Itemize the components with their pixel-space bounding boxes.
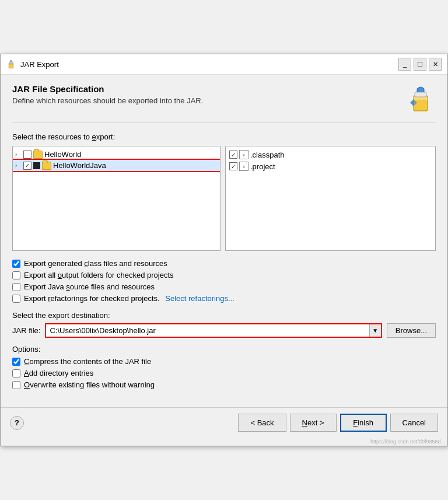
jar-illustration-icon bbox=[405, 84, 436, 114]
jar-file-input[interactable] bbox=[46, 324, 369, 337]
folder-icon-helloworld bbox=[33, 151, 43, 159]
svg-rect-2 bbox=[9, 64, 13, 65]
page-title: JAR File Specification bbox=[12, 84, 203, 94]
option-row-1: Compress the contents of the JAR file bbox=[12, 357, 436, 366]
tree-item-helloworld[interactable]: › HelloWorld bbox=[13, 149, 220, 160]
label-compress: Compress the contents of the JAR file bbox=[24, 357, 151, 366]
options-section: Options: Compress the contents of the JA… bbox=[12, 345, 436, 389]
close-button[interactable]: ✕ bbox=[429, 58, 442, 71]
label-project: .project bbox=[250, 162, 275, 171]
help-button[interactable]: ? bbox=[10, 416, 24, 430]
destination-label: Select the export destination: bbox=[12, 311, 436, 320]
checkbox-add-directory[interactable] bbox=[12, 369, 20, 377]
header-text: JAR File Specification Define which reso… bbox=[12, 84, 203, 105]
select-refactorings-link[interactable]: Select refactorings... bbox=[165, 294, 235, 303]
title-bar-left: JAR Export bbox=[6, 60, 59, 69]
title-bar-controls: ⎯ ☐ ✕ bbox=[398, 58, 442, 71]
checkbox-export-class-files[interactable] bbox=[12, 260, 20, 268]
page-description: Define which resources should be exporte… bbox=[12, 96, 203, 105]
checkbox-classpath[interactable]: ✓ bbox=[229, 151, 237, 159]
file-icon-project: x bbox=[239, 162, 249, 171]
svg-rect-5 bbox=[415, 92, 426, 97]
resources-label: Select the resources to export: bbox=[12, 132, 436, 141]
svg-marker-7 bbox=[410, 99, 414, 106]
jar-file-dropdown[interactable]: ▼ bbox=[369, 324, 381, 337]
maximize-button[interactable]: ☐ bbox=[414, 58, 426, 71]
checkbox-helloworld[interactable] bbox=[23, 151, 32, 159]
tree-panel-right[interactable]: ✓ x .classpath ✓ x .project bbox=[225, 146, 436, 251]
option-row-2: Add directory entries bbox=[12, 369, 436, 377]
options-label: Options: bbox=[12, 345, 436, 354]
label-helloworldjava: HelloWorldJava bbox=[53, 161, 106, 170]
right-item-classpath[interactable]: ✓ x .classpath bbox=[227, 149, 434, 160]
main-content: JAR File Specification Define which reso… bbox=[1, 75, 447, 401]
label-classpath: .classpath bbox=[250, 151, 285, 159]
black-square-icon bbox=[33, 162, 40, 169]
svg-rect-4 bbox=[414, 97, 428, 100]
bottom-left: ? bbox=[10, 416, 24, 430]
bottom-bar: ? < Back Next > Finish Cancel bbox=[1, 407, 447, 438]
checkbox-row-3: Export Java source files and resources bbox=[12, 282, 436, 291]
label-export-source-files: Export Java source files and resources bbox=[24, 282, 155, 291]
minimize-button[interactable]: ⎯ bbox=[398, 58, 411, 71]
checkbox-export-output-folders[interactable] bbox=[12, 271, 20, 279]
label-export-output-folders: Export all output folders for checked pr… bbox=[24, 271, 174, 279]
tree-panel-left[interactable]: › HelloWorld › ✓ HelloWorldJava bbox=[12, 146, 220, 251]
back-button[interactable]: < Back bbox=[238, 414, 286, 432]
expand-arrow-helloworldjava: › bbox=[15, 162, 23, 169]
checkboxes-section: Export generated class files and resourc… bbox=[12, 259, 436, 303]
next-button[interactable]: Next > bbox=[290, 414, 337, 432]
file-icon-classpath: x bbox=[239, 150, 249, 159]
right-item-project[interactable]: ✓ x .project bbox=[227, 160, 434, 172]
svg-rect-6 bbox=[418, 89, 423, 92]
tree-item-helloworldjava[interactable]: › ✓ HelloWorldJava bbox=[13, 160, 220, 171]
title-bar: JAR Export ⎯ ☐ ✕ bbox=[1, 54, 447, 75]
jar-export-window: JAR Export ⎯ ☐ ✕ JAR File Specification … bbox=[0, 54, 448, 446]
bottom-right: < Back Next > Finish Cancel bbox=[238, 414, 438, 432]
finish-button[interactable]: Finish bbox=[340, 414, 387, 432]
browse-button[interactable]: Browse... bbox=[387, 323, 436, 338]
checkbox-project[interactable]: ✓ bbox=[229, 162, 237, 170]
checkbox-row-2: Export all output folders for checked pr… bbox=[12, 271, 436, 279]
expand-arrow-helloworld: › bbox=[15, 151, 23, 158]
jar-file-label: JAR file: bbox=[12, 326, 40, 335]
label-export-refactorings: Export refactorings for checked projects… bbox=[24, 294, 162, 303]
checkbox-compress[interactable] bbox=[12, 358, 20, 366]
window-title: JAR Export bbox=[20, 60, 59, 69]
resources-section: Select the resources to export: › HelloW… bbox=[12, 132, 436, 251]
checkbox-row-1: Export generated class files and resourc… bbox=[12, 259, 436, 268]
cancel-button[interactable]: Cancel bbox=[390, 414, 438, 432]
checkbox-row-4: Export refactorings for checked projects… bbox=[12, 294, 436, 303]
checkbox-helloworldjava[interactable]: ✓ bbox=[23, 162, 32, 170]
label-helloworld: HelloWorld bbox=[44, 150, 81, 159]
option-row-3: Overwrite existing files without warning bbox=[12, 380, 436, 389]
label-add-directory: Add directory entries bbox=[24, 369, 93, 377]
checkbox-export-source-files[interactable] bbox=[12, 283, 20, 291]
jar-file-input-container: ▼ bbox=[45, 323, 382, 338]
label-overwrite: Overwrite existing files without warning bbox=[24, 380, 155, 389]
destination-section: Select the export destination: JAR file:… bbox=[12, 311, 436, 338]
jar-title-icon bbox=[6, 60, 16, 69]
watermark: https://blog.csdn.net/d0f9358d... bbox=[1, 438, 447, 446]
tree-panels: › HelloWorld › ✓ HelloWorldJava bbox=[12, 146, 436, 251]
svg-rect-1 bbox=[9, 62, 13, 64]
jar-file-row: JAR file: ▼ Browse... bbox=[12, 323, 436, 338]
folder-icon-helloworldjava bbox=[42, 162, 51, 170]
checkbox-overwrite[interactable] bbox=[12, 381, 20, 389]
label-export-class-files: Export generated class files and resourc… bbox=[24, 259, 167, 268]
header-section: JAR File Specification Define which reso… bbox=[12, 84, 436, 123]
checkbox-export-refactorings[interactable] bbox=[12, 295, 20, 303]
